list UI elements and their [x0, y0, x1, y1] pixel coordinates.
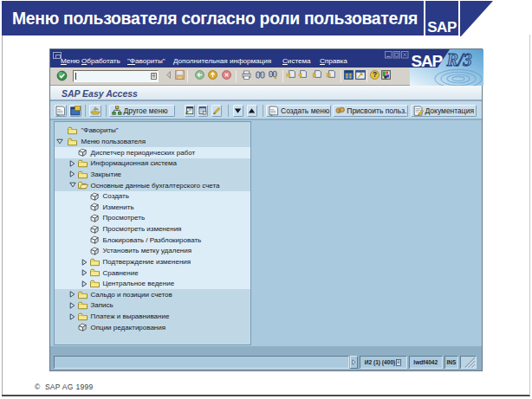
svg-text:SAP: SAP — [412, 52, 444, 70]
svg-text:R/3: R/3 — [446, 50, 472, 69]
svg-text:?: ? — [372, 70, 376, 79]
